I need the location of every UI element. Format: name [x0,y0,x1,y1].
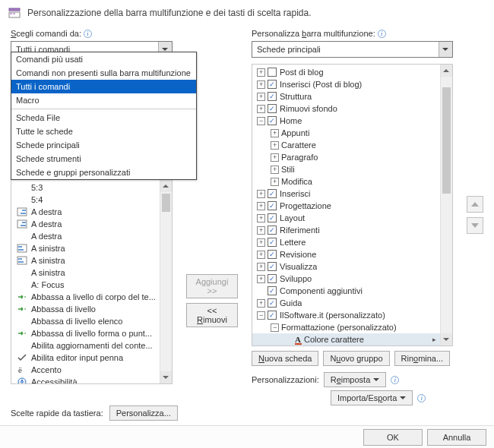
dropdown-option[interactable]: Macro [11,93,196,107]
command-item[interactable]: Abbassa di livello [11,303,172,315]
tree-item[interactable]: +✓Lettere [252,236,440,248]
checkbox[interactable] [268,68,277,77]
move-down-button[interactable] [467,217,483,234]
expander-icon[interactable]: + [257,263,265,271]
command-item[interactable]: A destra [11,206,172,218]
tree-item[interactable]: AColore carattere▸ [252,333,440,345]
checkbox[interactable]: ✓ [268,116,277,125]
chevron-down-icon[interactable] [439,42,452,57]
checkbox[interactable]: ✓ [268,250,277,259]
customize-ribbon-combo[interactable]: Schede principali [252,41,453,58]
command-item[interactable]: 5:3 [11,181,172,194]
info-icon[interactable]: i [417,394,426,402]
expander-icon[interactable]: + [257,299,265,308]
tree-item[interactable]: +Modifica [252,175,440,188]
command-item[interactable]: ëAccento▸ [11,364,172,376]
expander-icon[interactable]: + [257,251,265,259]
scrollbar[interactable] [160,180,172,383]
dropdown-option[interactable]: Schede strumenti [11,152,196,166]
move-up-button[interactable] [467,196,483,213]
tree-item[interactable]: +✓Sviluppo [252,273,440,285]
command-item[interactable]: A: Focus [11,279,172,291]
command-item[interactable]: A sinistra [11,267,172,279]
tree-item[interactable]: −✓IlSoftware.it (personalizzato) [252,309,440,321]
remove-button[interactable]: << Rimuovi [186,303,238,327]
ok-button[interactable]: OK [363,429,423,446]
info-icon[interactable]: i [84,30,92,38]
checkbox[interactable]: ✓ [268,286,277,295]
expander-icon[interactable]: + [257,238,265,247]
checkbox[interactable]: ✓ [268,238,277,247]
tree-item[interactable]: +✓Revisione [252,248,440,260]
dropdown-option[interactable]: Comandi non presenti sulla barra multifu… [11,66,196,80]
checkbox[interactable]: ✓ [268,189,277,198]
checkbox[interactable]: ✓ [268,104,277,113]
checkbox[interactable]: ✓ [268,274,277,283]
checkbox[interactable]: ✓ [268,226,277,235]
expander-icon[interactable]: + [257,226,265,235]
command-item[interactable]: Abbassa di livello elenco [11,315,172,327]
tree-item[interactable]: +Carattere [252,139,440,151]
tree-item[interactable]: +✓Layout [252,212,440,224]
dropdown-option[interactable] [11,109,196,109]
new-group-button[interactable]: Nuovo gruppo [323,351,389,366]
dropdown-option[interactable]: Tutti i comandi [11,80,196,93]
tree-item[interactable]: −✓Home [252,115,440,127]
ribbon-tree[interactable]: +Post di blog+✓Inserisci (Post di blog)+… [252,64,453,346]
expander-icon[interactable]: − [257,117,265,125]
dropdown-option[interactable]: Comandi più usati [11,52,196,66]
expander-icon[interactable]: + [257,214,265,222]
command-item[interactable]: A destra [11,218,172,230]
tree-item[interactable]: +✓Inserisci (Post di blog) [252,78,440,90]
tree-item[interactable]: +✓Visualizza [252,260,440,273]
command-item[interactable]: Abilita editor input penna [11,352,172,364]
checkbox[interactable]: ✓ [268,92,277,101]
expander-icon[interactable]: + [257,68,265,77]
checkbox[interactable]: ✓ [268,213,277,222]
checkbox[interactable]: ✓ [268,80,277,89]
tree-item[interactable]: +Paragrafo [252,151,440,163]
customize-shortcuts-button[interactable]: Personalizza... [109,405,178,421]
dropdown-option[interactable]: Schede e gruppi personalizzati [11,166,196,179]
checkbox[interactable]: ✓ [268,201,277,210]
tree-item[interactable]: +Appunti [252,127,440,139]
expander-icon[interactable]: + [257,93,265,101]
tree-item[interactable]: +✓Rimuovi sfondo [252,103,440,115]
tree-item[interactable]: +✓Inserisci [252,188,440,200]
commands-list[interactable]: 5:35:4A destraA destraA destraA sinistra… [11,179,173,384]
command-item[interactable]: Abilita aggiornamenti del conte... [11,339,172,352]
choose-commands-dropdown[interactable]: Comandi più usatiComandi non presenti su… [11,52,197,180]
cancel-button[interactable]: Annulla [427,429,486,446]
expander-icon[interactable]: + [271,129,279,137]
info-icon[interactable]: i [378,30,386,38]
dropdown-option[interactable]: Schede principali [11,138,196,152]
expander-icon[interactable]: − [271,323,279,332]
tree-item[interactable]: −Formattazione (personalizzato) [252,321,440,333]
tree-item[interactable]: ✓Componenti aggiuntivi [252,285,440,297]
dropdown-option[interactable]: Tutte le schede [11,125,196,138]
import-export-button[interactable]: Importa/Esporta [331,390,413,405]
reset-button[interactable]: Reimposta [324,372,387,387]
tree-item[interactable]: +✓Progettazione [252,200,440,212]
command-item[interactable]: A sinistra [11,254,172,267]
tree-item[interactable]: +✓Guida [252,297,440,309]
command-item[interactable]: 5:4 [11,194,172,206]
command-item[interactable]: Abbassa di livello forma o punt... [11,327,172,339]
expander-icon[interactable]: + [271,166,279,174]
tree-item[interactable]: +Post di blog [252,66,440,78]
expander-icon[interactable]: + [271,178,279,186]
command-item[interactable]: Accessibilità [11,376,172,384]
tree-item[interactable]: +✓Struttura [252,90,440,103]
dropdown-option[interactable]: Scheda File [11,111,196,125]
checkbox[interactable]: ✓ [268,311,277,320]
new-tab-button[interactable]: Nuova scheda [252,351,318,366]
expander-icon[interactable]: + [271,153,279,162]
tree-item[interactable]: +✓Riferimenti [252,224,440,236]
expander-icon[interactable]: − [257,311,265,320]
expander-icon[interactable]: + [257,190,265,198]
expander-icon[interactable]: + [257,80,265,89]
checkbox[interactable]: ✓ [268,298,277,308]
tree-item[interactable]: +Stili [252,163,440,175]
command-item[interactable]: A sinistra [11,242,172,254]
checkbox[interactable]: ✓ [268,262,277,271]
